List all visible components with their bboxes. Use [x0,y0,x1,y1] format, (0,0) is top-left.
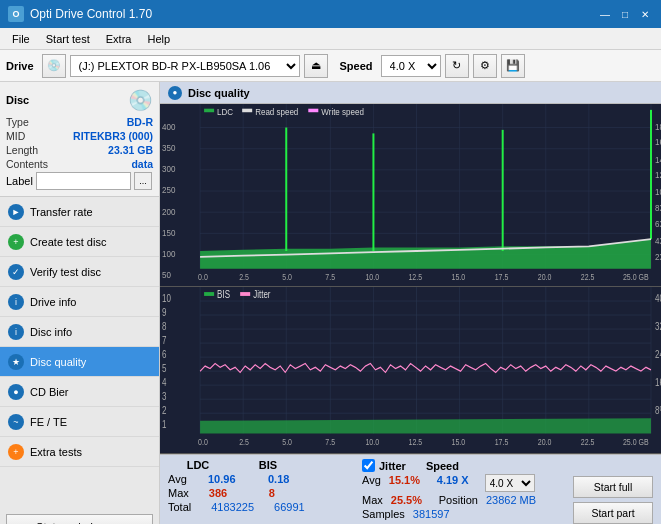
drive-select[interactable]: (J:) PLEXTOR BD-R PX-LB950SA 1.06 [70,55,300,77]
svg-text:7.5: 7.5 [325,273,335,283]
contents-value: data [131,158,153,170]
settings-button[interactable]: ⚙ [473,54,497,78]
pos-value: 23862 MB [486,494,536,506]
avg-bis: 0.18 [268,473,308,485]
speed-select[interactable]: 4.0 X [381,55,441,77]
svg-text:250: 250 [162,185,175,196]
label-button[interactable]: ... [134,172,152,190]
create-test-label: Create test disc [30,236,106,248]
transfer-rate-label: Transfer rate [30,206,93,218]
svg-text:150: 150 [162,227,175,238]
fe-te-icon: ~ [8,414,24,430]
disc-icon: 💿 [128,88,153,112]
content-area: ● Disc quality [160,82,661,524]
svg-text:100: 100 [162,248,175,259]
total-bis: 66991 [274,501,314,513]
eject-button[interactable]: ⏏ [304,54,328,78]
svg-text:8%: 8% [655,406,661,417]
drive-icon-button[interactable]: 💿 [42,54,66,78]
menu-help[interactable]: Help [139,31,178,47]
sidebar-item-disc-info[interactable]: i Disc info [0,317,159,347]
sidebar-item-cd-bier[interactable]: ● CD Bier [0,377,159,407]
svg-text:5.0: 5.0 [282,438,292,448]
svg-text:2: 2 [162,406,166,417]
svg-text:22.5: 22.5 [581,438,595,448]
svg-text:10X: 10X [655,186,661,197]
sidebar-item-create-test[interactable]: + Create test disc [0,227,159,257]
svg-text:LDC: LDC [217,106,233,117]
extra-tests-icon: + [8,444,24,460]
sidebar-item-transfer-rate[interactable]: ► Transfer rate [0,197,159,227]
svg-rect-106 [240,292,250,296]
disc-label-row: Label ... [6,172,153,190]
maximize-button[interactable]: □ [617,6,633,22]
close-button[interactable]: ✕ [637,6,653,22]
speed-stat-select[interactable]: 4.0 X [485,474,535,492]
sidebar-item-verify-test[interactable]: ✓ Verify test disc [0,257,159,287]
disc-quality-header: ● Disc quality [160,82,661,104]
label-label: Label [6,175,33,187]
drive-toolbar: Drive 💿 (J:) PLEXTOR BD-R PX-LB950SA 1.0… [0,50,661,82]
max-jitter: 25.5% [391,494,431,506]
menu-start-test[interactable]: Start test [38,31,98,47]
svg-text:8: 8 [162,322,166,333]
svg-text:10: 10 [162,294,171,305]
sidebar-item-drive-info[interactable]: i Drive info [0,287,159,317]
mid-label: MID [6,130,25,142]
menu-file[interactable]: File [4,31,38,47]
total-ldc: 4183225 [211,501,254,513]
mid-value: RITEKBR3 (000) [73,130,153,142]
speed-stat-header: Speed [426,460,459,472]
drive-info-icon: i [8,294,24,310]
disc-panel-title: Disc [6,94,29,106]
max-bis: 8 [269,487,309,499]
svg-text:7: 7 [162,336,166,347]
bis-chart: 10 9 8 7 6 5 4 3 2 1 40% 32% 24% 16% 8% … [160,287,661,454]
svg-text:1: 1 [162,420,166,431]
fe-te-label: FE / TE [30,416,67,428]
svg-text:12X: 12X [655,169,661,180]
svg-text:400: 400 [162,121,175,132]
nav-items: ► Transfer rate + Create test disc ✓ Ver… [0,197,159,510]
svg-text:15.0: 15.0 [452,273,466,283]
sidebar: Disc 💿 Type BD-R MID RITEKBR3 (000) Leng… [0,82,160,524]
disc-mid-row: MID RITEKBR3 (000) [6,130,153,142]
start-full-button[interactable]: Start full [573,476,653,498]
menu-extra[interactable]: Extra [98,31,140,47]
cd-bier-icon: ● [8,384,24,400]
svg-text:0.0: 0.0 [198,438,208,448]
svg-text:16%: 16% [655,378,661,389]
svg-text:25.0 GB: 25.0 GB [623,438,649,448]
svg-text:Read speed: Read speed [255,106,298,117]
svg-text:2X: 2X [655,252,661,263]
label-input[interactable] [36,172,131,190]
pos-label: Position [439,494,478,506]
length-value: 23.31 GB [108,144,153,156]
sidebar-item-fe-te[interactable]: ~ FE / TE [0,407,159,437]
svg-text:5.0: 5.0 [282,273,292,283]
svg-text:17.5: 17.5 [495,273,509,283]
sidebar-item-disc-quality[interactable]: ★ Disc quality [0,347,159,377]
sidebar-item-extra-tests[interactable]: + Extra tests [0,437,159,467]
disc-length-row: Length 23.31 GB [6,144,153,156]
type-value: BD-R [127,116,153,128]
svg-text:2.5: 2.5 [239,273,249,283]
avg-ldc: 10.96 [208,473,248,485]
disc-quality-header-icon: ● [168,86,182,100]
svg-text:7.5: 7.5 [325,438,335,448]
max-ldc: 386 [209,487,249,499]
status-window-button[interactable]: Status window >> [6,514,153,524]
avg-speed: 4.19 X [437,474,477,492]
svg-text:10.0: 10.0 [365,273,379,283]
jitter-checkbox[interactable] [362,459,375,472]
svg-text:10.0: 10.0 [365,438,379,448]
contents-label: Contents [6,158,48,170]
svg-text:6: 6 [162,350,166,361]
save-button[interactable]: 💾 [501,54,525,78]
svg-text:50: 50 [162,269,171,280]
start-part-button[interactable]: Start part [573,502,653,524]
minimize-button[interactable]: — [597,6,613,22]
svg-text:6X: 6X [655,219,661,230]
svg-text:20.0: 20.0 [538,438,552,448]
refresh-button[interactable]: ↻ [445,54,469,78]
